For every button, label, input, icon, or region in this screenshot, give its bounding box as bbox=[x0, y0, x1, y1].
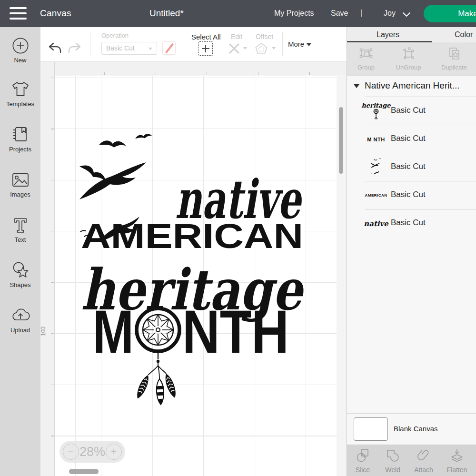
offset-icon bbox=[255, 41, 268, 56]
panel-tabs: Layers Color bbox=[347, 27, 476, 42]
slice-label: Slice bbox=[347, 466, 378, 474]
layer-row-heritage[interactable]: heritage Basic Cut bbox=[347, 97, 476, 125]
layer-row-month[interactable]: M NTH Basic Cut bbox=[347, 125, 476, 153]
project-book-icon bbox=[11, 125, 30, 144]
layer-actions-bar: Group UnGroup Duplica bbox=[347, 42, 476, 76]
edit-tools-icon bbox=[228, 42, 240, 55]
more-button[interactable]: More bbox=[288, 40, 311, 48]
layer-row-birds[interactable]: Basic Cut bbox=[347, 153, 476, 181]
sidebar-label: Templates bbox=[0, 100, 40, 108]
sidebar-item-upload[interactable]: Upload bbox=[0, 306, 40, 334]
group-button[interactable]: Group bbox=[347, 46, 385, 71]
operation-label: Operation bbox=[101, 32, 129, 39]
chevron-down-icon bbox=[272, 47, 276, 50]
thumb-text: native bbox=[364, 219, 388, 228]
layer-type-label: Basic Cut bbox=[391, 218, 426, 228]
zoom-in-button[interactable]: + bbox=[106, 444, 122, 460]
duplicate-icon bbox=[447, 46, 461, 60]
select-all-icon[interactable] bbox=[198, 41, 213, 56]
layers-panel: Layers Color Group bbox=[347, 27, 476, 476]
collapse-arrow-icon[interactable] bbox=[354, 84, 359, 88]
ungroup-label: UnGroup bbox=[389, 64, 427, 71]
attach-paperclip-icon bbox=[416, 448, 431, 463]
blank-canvas-label: Blank Canvas bbox=[394, 425, 438, 433]
redo-icon[interactable] bbox=[67, 42, 81, 54]
project-title: Untitled* bbox=[149, 8, 184, 19]
slice-button[interactable]: Slice bbox=[347, 448, 378, 474]
sidebar-item-shapes[interactable]: Shapes bbox=[0, 260, 40, 288]
attach-button[interactable]: Attach bbox=[408, 448, 439, 474]
flatten-label: Flatten bbox=[441, 466, 473, 474]
chevron-down-icon bbox=[149, 48, 152, 50]
layer-row-american[interactable]: AMERICAN Basic Cut bbox=[347, 181, 476, 209]
weld-icon bbox=[386, 448, 400, 463]
chevron-down-icon[interactable] bbox=[403, 12, 410, 17]
sidebar-item-new[interactable]: New bbox=[0, 37, 40, 64]
topbar-separator: | bbox=[360, 8, 362, 18]
group-icon bbox=[359, 46, 373, 60]
chevron-down-icon bbox=[243, 47, 247, 50]
ruler-horizontal bbox=[40, 62, 347, 75]
layer-group-header[interactable]: Native American Herit... bbox=[347, 76, 476, 96]
weld-button[interactable]: Weld bbox=[377, 448, 408, 474]
sidebar-item-images[interactable]: Images bbox=[0, 170, 40, 198]
layer-type-label: Basic Cut bbox=[391, 134, 426, 143]
operation-select[interactable]: Basic Cut bbox=[101, 42, 157, 55]
duplicate-label: Duplicate bbox=[435, 64, 473, 71]
operation-value: Basic Cut bbox=[106, 44, 135, 52]
canvas-workspace[interactable]: 100 native AMERICAN heritage M NTH bbox=[40, 62, 347, 476]
thumb-text: heritage bbox=[361, 103, 390, 109]
duplicate-button[interactable]: Duplicate bbox=[435, 46, 473, 71]
my-projects-link[interactable]: My Projects bbox=[274, 9, 314, 18]
layer-type-label: Basic Cut bbox=[391, 106, 426, 115]
ruler-value-100: 100 bbox=[40, 327, 47, 336]
sidebar-label: Projects bbox=[0, 146, 40, 153]
flatten-icon bbox=[450, 448, 464, 463]
canvas-color-swatch[interactable] bbox=[354, 417, 388, 441]
layer-tools-bar: Slice Weld Attach bbox=[347, 445, 476, 476]
slice-icon bbox=[356, 448, 370, 463]
layer-group-title: Native American Herit... bbox=[365, 80, 475, 91]
layer-thumbnail: AMERICAN bbox=[365, 181, 387, 209]
canvas-menu-label[interactable]: Canvas bbox=[40, 8, 71, 19]
tab-color[interactable]: Color bbox=[455, 30, 473, 39]
sidebar-item-projects[interactable]: Projects bbox=[0, 125, 40, 153]
ungroup-button[interactable]: UnGroup bbox=[389, 46, 427, 71]
tab-layers[interactable]: Layers bbox=[377, 30, 399, 39]
layer-thumbnail: heritage bbox=[365, 97, 387, 125]
cricut-design-space-app: Canvas Untitled* My Projects Save | Joy … bbox=[0, 0, 476, 476]
linetype-swatch[interactable] bbox=[162, 41, 176, 55]
horizontal-scrollbar[interactable] bbox=[69, 469, 99, 474]
flatten-button[interactable]: Flatten bbox=[441, 448, 473, 474]
layer-thumbnail: native bbox=[365, 209, 387, 238]
select-all-button[interactable]: Select All bbox=[191, 33, 221, 41]
save-link[interactable]: Save bbox=[331, 9, 348, 18]
offset-button[interactable]: Offset bbox=[256, 33, 273, 40]
design-word-month-m: M bbox=[93, 298, 134, 366]
layer-row-native[interactable]: native Basic Cut bbox=[347, 209, 476, 238]
sidebar-label: Text bbox=[0, 236, 40, 243]
undo-icon[interactable] bbox=[48, 42, 62, 54]
cloud-upload-icon bbox=[10, 306, 30, 325]
user-menu[interactable]: Joy bbox=[384, 9, 396, 18]
more-label: More bbox=[288, 40, 304, 48]
dreamcatcher-feathers-art bbox=[134, 351, 178, 405]
zoom-control: − 28% + bbox=[60, 441, 125, 463]
layer-thumbnail: M NTH bbox=[365, 125, 387, 153]
make-it-button[interactable]: Make It bbox=[424, 5, 476, 22]
design-word-american: AMERICAN bbox=[81, 217, 303, 255]
thumb-text: AMERICAN bbox=[365, 193, 387, 198]
vertical-scrollbar[interactable] bbox=[339, 107, 343, 174]
sidebar-item-text[interactable]: Text bbox=[0, 215, 40, 243]
edit-button[interactable]: Edit bbox=[231, 33, 242, 40]
blank-canvas-row[interactable]: Blank Canvas bbox=[347, 413, 476, 445]
sidebar-label: Upload bbox=[0, 327, 40, 334]
design-artwork[interactable]: native AMERICAN heritage M NTH bbox=[79, 131, 307, 421]
hamburger-menu-icon[interactable] bbox=[10, 7, 27, 20]
mini-dreamcatcher-icon bbox=[372, 109, 380, 120]
image-icon bbox=[11, 170, 30, 189]
thumb-text: M NTH bbox=[367, 137, 385, 142]
ungroup-icon bbox=[401, 46, 416, 60]
chevron-down-icon bbox=[307, 43, 311, 46]
sidebar-item-templates[interactable]: Templates bbox=[0, 79, 40, 108]
